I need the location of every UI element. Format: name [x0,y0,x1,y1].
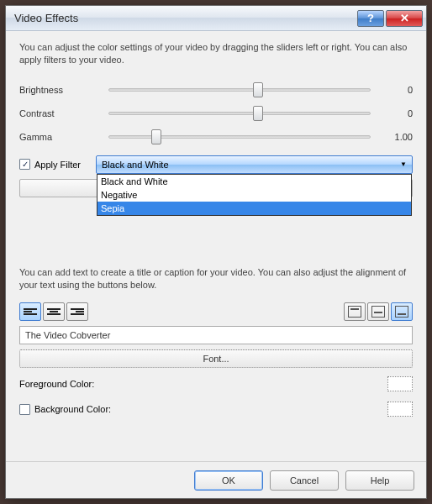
brightness-label: Brightness [19,85,102,95]
dialog-button-bar: OK Cancel Help [6,461,426,498]
text-section: You can add text to create a title or ca… [19,266,413,419]
help-icon[interactable]: ? [357,10,384,27]
titlebar[interactable]: Video Effects ? ✕ [6,6,426,31]
apply-filter-label: Apply Filter [34,160,81,170]
foreground-color-swatch[interactable] [387,376,413,391]
contrast-label: Contrast [19,108,102,118]
dialog-content: You can adjust the color settings of you… [6,31,426,461]
contrast-row: Contrast 0 [19,102,413,125]
gamma-slider[interactable] [108,135,371,139]
cancel-button[interactable]: Cancel [270,470,339,491]
font-button[interactable]: Font... [19,349,413,368]
filter-dropdown-list[interactable]: Black and White Negative Sepia [97,174,412,216]
alignment-row [19,302,413,321]
color-settings-description: You can adjust the color settings of you… [19,41,413,66]
window-title: Video Effects [14,12,356,24]
background-color-swatch[interactable] [387,402,413,417]
close-icon[interactable]: ✕ [386,10,423,27]
brightness-value: 0 [377,85,413,95]
apply-filter-row: ✓ Apply Filter Black and White ▼ Black a… [19,155,413,174]
align-right-button[interactable] [66,302,88,321]
slider-thumb-icon[interactable] [253,82,263,97]
help-button[interactable]: Help [345,470,414,491]
slider-thumb-icon[interactable] [253,106,263,121]
chevron-down-icon: ▼ [400,160,407,168]
align-center-button[interactable] [43,302,65,321]
slider-thumb-icon[interactable] [151,129,161,144]
filter-option[interactable]: Sepia [97,202,411,215]
valign-bottom-button[interactable] [391,302,413,321]
caption-text-input[interactable] [19,326,413,344]
valign-top-button[interactable] [344,302,366,321]
background-color-checkbox[interactable] [19,404,30,415]
background-color-row: Background Color: [19,400,413,418]
contrast-value: 0 [377,108,413,118]
filter-option[interactable]: Negative [97,188,411,202]
background-color-label: Background Color: [34,404,111,414]
brightness-slider[interactable] [108,88,371,92]
filter-selected-value: Black and White [102,160,168,170]
video-effects-dialog: Video Effects ? ✕ You can adjust the col… [5,5,427,499]
gamma-row: Gamma 1.00 [19,125,413,149]
gamma-value: 1.00 [377,132,413,142]
filter-combobox[interactable]: Black and White ▼ Black and White Negati… [96,155,413,174]
foreground-color-label: Foreground Color: [19,379,94,389]
text-description: You can add text to create a title or ca… [19,266,413,291]
align-left-button[interactable] [19,302,41,321]
filter-option[interactable]: Black and White [97,175,411,188]
foreground-color-row: Foreground Color: [19,375,413,393]
contrast-slider[interactable] [108,112,371,115]
gamma-label: Gamma [19,132,102,142]
brightness-row: Brightness 0 [19,78,413,102]
valign-middle-button[interactable] [367,302,389,321]
ok-button[interactable]: OK [194,470,263,491]
apply-filter-checkbox[interactable]: ✓ [19,159,30,170]
